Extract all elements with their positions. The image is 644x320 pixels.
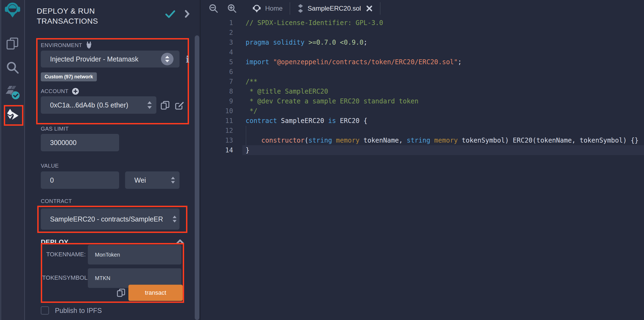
tokensymbol-label: TOKENSYMBOL: — [42, 274, 86, 281]
network-badge: Custom (97) network — [41, 72, 97, 81]
tab-home-label: Home — [265, 5, 283, 12]
code-lines: // SPDX-License-Identifier: GPL-3.0 prag… — [246, 18, 644, 155]
check-icon — [165, 10, 175, 19]
chevron-right-icon[interactable] — [183, 9, 191, 19]
publish-row: Publish to IPFS — [41, 306, 102, 315]
account-label: ACCOUNT — [41, 88, 69, 94]
tokenname-input[interactable]: MonToken — [88, 245, 181, 264]
environment-select[interactable]: Injected Provider - Metamask — [41, 51, 179, 67]
tab-separator — [380, 2, 380, 15]
file-explorer-icon[interactable] — [0, 36, 25, 51]
value-unit: Wei — [125, 176, 146, 184]
account-value: 0xC1a...6dA4b (0.5 ether) — [41, 101, 128, 109]
panel-title: DEPLOY & RUN TRANSACTIONS — [37, 6, 151, 26]
gas-limit-label: GAS LIMIT — [41, 126, 69, 132]
panel-scrollbar[interactable] — [195, 35, 199, 320]
environment-label-row: ENVIRONMENT — [41, 41, 92, 49]
value-label: VALUE — [41, 163, 59, 169]
tab-home[interactable]: Home — [245, 0, 290, 17]
indent-guide — [246, 126, 246, 145]
tab-sample-erc20[interactable]: SampleERC20.sol — [290, 0, 380, 17]
select-arrows-icon — [172, 215, 177, 223]
info-icon[interactable]: i — [186, 54, 189, 65]
publish-ipfs-checkbox[interactable] — [41, 306, 49, 315]
tokensymbol-value: MTKN — [95, 275, 110, 281]
tab-sample-erc20-label: SampleERC20.sol — [308, 5, 361, 12]
account-select[interactable]: 0xC1a...6dA4b (0.5 ether) — [41, 96, 156, 114]
remix-logo-icon — [252, 4, 261, 13]
contract-value: SampleERC20 - contracts/SampleER — [41, 215, 174, 223]
select-arrows-icon — [171, 176, 175, 184]
deploy-section-label[interactable]: DEPLOY — [41, 238, 69, 246]
gutter: 1234567891011121314 — [201, 18, 233, 155]
plus-circle-icon[interactable] — [72, 88, 79, 95]
activity-bar — [0, 0, 25, 320]
account-label-row: ACCOUNT — [41, 88, 79, 95]
deploy-run-panel: DEPLOY & RUN TRANSACTIONS ENVIRONMENT In… — [26, 0, 200, 320]
contract-select[interactable]: SampleERC20 - contracts/SampleER — [41, 208, 179, 230]
select-arrows-icon — [161, 53, 174, 65]
environment-label: ENVIRONMENT — [41, 42, 82, 48]
environment-value: Injected Provider - Metamask — [41, 55, 138, 63]
publish-ipfs-label: Publish to IPFS — [55, 307, 102, 315]
zoom-out-icon[interactable] — [204, 4, 223, 13]
tokenname-label: TOKENNAME: — [42, 251, 86, 258]
value-amount: 0 — [41, 176, 54, 184]
remix-logo-icon[interactable] — [0, 2, 25, 19]
search-icon[interactable] — [0, 60, 25, 75]
gas-limit-value: 3000000 — [41, 139, 76, 147]
edit-account-icon[interactable] — [174, 100, 185, 110]
close-tab-icon[interactable] — [366, 5, 373, 12]
solidity-compiler-icon[interactable] — [0, 84, 25, 101]
solidity-icon — [297, 4, 304, 13]
select-arrows-icon — [147, 101, 152, 109]
transact-button[interactable]: transact — [128, 285, 183, 301]
plug-icon — [85, 41, 92, 49]
editor: Home SampleERC20.sol 12345678910111213 — [201, 0, 644, 320]
deploy-run-icon[interactable] — [0, 108, 25, 124]
copy-calldata-icon[interactable] — [116, 288, 126, 298]
editor-tabbar: Home SampleERC20.sol — [201, 0, 644, 17]
copy-account-icon[interactable] — [160, 100, 170, 110]
chevron-up-icon[interactable] — [176, 239, 184, 244]
value-unit-select[interactable]: Wei — [125, 171, 179, 189]
contract-label: CONTRACT — [41, 198, 72, 204]
zoom-in-icon[interactable] — [223, 4, 241, 13]
value-input[interactable]: 0 — [41, 171, 119, 189]
remix-ide-window: DEPLOY & RUN TRANSACTIONS ENVIRONMENT In… — [0, 0, 644, 320]
gas-limit-input[interactable]: 3000000 — [41, 134, 119, 151]
tokenname-value: MonToken — [95, 252, 120, 258]
